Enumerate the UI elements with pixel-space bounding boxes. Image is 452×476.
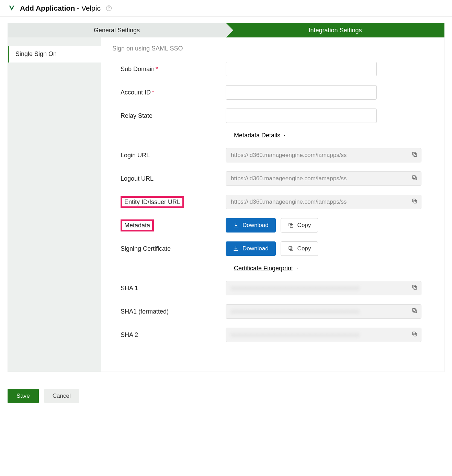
copy-icon[interactable]: [411, 308, 418, 316]
login-url-value: https://id360.manageengine.com/iamapps/s…: [226, 148, 421, 162]
copy-cert-button[interactable]: Copy: [281, 241, 318, 256]
relay-state-label: Relay State: [112, 112, 226, 120]
sha2-value: xxxxxxxxxxxxxxxxxxxxxxxxxxxxxxxxxxxxxxxx…: [226, 328, 421, 342]
sidebar-item-sso[interactable]: Single Sign On: [8, 46, 101, 63]
download-metadata-button[interactable]: Download: [226, 218, 276, 233]
sidebar-item-label: Single Sign On: [15, 50, 57, 57]
settings-sidebar: Single Sign On: [8, 37, 101, 372]
footer-actions: Save Cancel: [0, 381, 452, 411]
page-header: Add Application - Velpic: [0, 0, 452, 17]
metadata-label: Metadata: [112, 219, 226, 231]
copy-icon[interactable]: [411, 198, 418, 206]
help-icon[interactable]: [105, 5, 112, 12]
copy-icon[interactable]: [411, 331, 418, 339]
entity-id-label: Entity ID/Issuer URL: [112, 196, 226, 208]
copy-icon[interactable]: [411, 284, 418, 292]
login-url-label: Login URL: [112, 152, 226, 159]
save-button[interactable]: Save: [8, 389, 39, 403]
entity-id-value: https://id360.manageengine.com/iamapps/s…: [226, 195, 421, 209]
sub-domain-label: Sub Domain*: [112, 66, 226, 73]
app-logo-icon: [8, 5, 15, 12]
sha1-value: xxxxxxxxxxxxxxxxxxxxxxxxxxxxxxxxxxxxxxxx…: [226, 281, 421, 295]
copy-icon[interactable]: [411, 151, 418, 159]
tab-integration-settings[interactable]: Integration Settings: [226, 23, 444, 37]
logout-url-value: https://id360.manageengine.com/iamapps/s…: [226, 171, 421, 186]
section-subtitle: Sign on using SAML SSO: [112, 45, 433, 52]
page-title: Add Application - Velpic: [20, 4, 101, 12]
metadata-details-toggle[interactable]: Metadata Details: [234, 132, 433, 139]
sha1f-value: xxxxxxxxxxxxxxxxxxxxxxxxxxxxxxxxxxxxxxxx…: [226, 304, 421, 319]
svg-point-1: [109, 10, 109, 10]
sub-domain-input[interactable]: [226, 62, 377, 76]
account-id-input[interactable]: [226, 85, 377, 100]
download-cert-button[interactable]: Download: [226, 241, 276, 256]
logout-url-label: Logout URL: [112, 175, 226, 182]
copy-icon[interactable]: [411, 175, 418, 183]
caret-down-icon: [282, 132, 286, 139]
cert-fingerprint-toggle[interactable]: Certificate Fingerprint: [234, 265, 433, 272]
wizard-tabs: General Settings Integration Settings: [8, 23, 444, 37]
sha1-label: SHA 1: [112, 285, 226, 292]
sha2-label: SHA 2: [112, 331, 226, 339]
signing-cert-label: Signing Certificate: [112, 245, 226, 252]
sha1f-label: SHA1 (formatted): [112, 308, 226, 315]
relay-state-input[interactable]: [226, 109, 377, 123]
tab-general-settings[interactable]: General Settings: [8, 23, 226, 37]
cancel-button[interactable]: Cancel: [44, 389, 79, 403]
caret-down-icon: [295, 265, 299, 272]
main-content: Sign on using SAML SSO Sub Domain* Accou…: [101, 37, 444, 372]
copy-metadata-button[interactable]: Copy: [281, 218, 318, 233]
account-id-label: Account ID*: [112, 89, 226, 96]
